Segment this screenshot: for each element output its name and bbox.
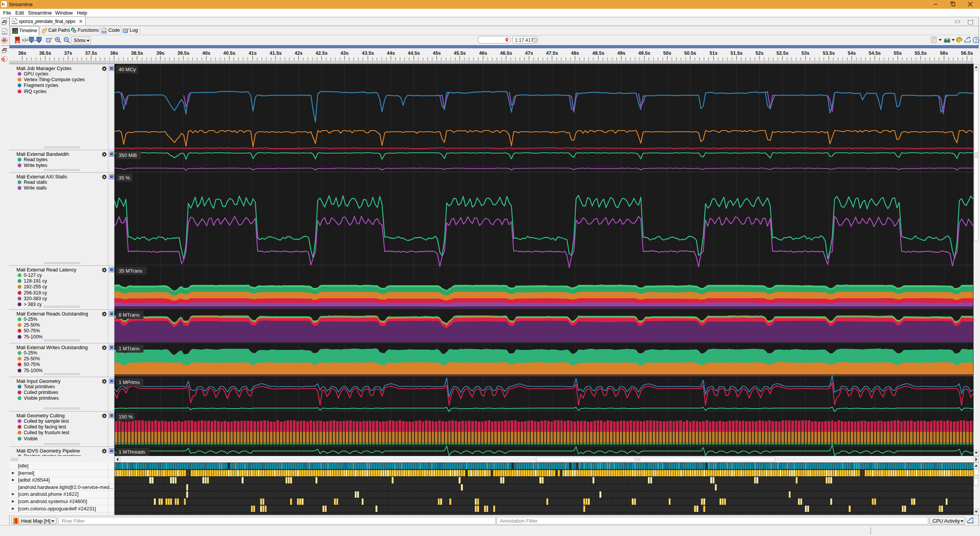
svg-text:47s: 47s	[525, 51, 533, 56]
svg-text:36.5s: 36.5s	[39, 51, 51, 56]
svg-text:1 MThreads: 1 MThreads	[119, 449, 145, 455]
svg-text:44.5s: 44.5s	[408, 51, 420, 56]
svg-text:37s: 37s	[64, 51, 72, 56]
svg-text:39s: 39s	[157, 51, 165, 56]
svg-text:46s: 46s	[479, 51, 487, 56]
svg-text:42.5s: 42.5s	[315, 51, 327, 56]
svg-text:40 MCy: 40 MCy	[119, 67, 136, 72]
svg-text:45.5s: 45.5s	[454, 51, 466, 56]
svg-text:52.5s: 52.5s	[776, 51, 788, 56]
svg-text:53.5s: 53.5s	[823, 51, 835, 56]
svg-text:1 MPrims: 1 MPrims	[119, 379, 140, 385]
svg-text:56.5s: 56.5s	[961, 51, 973, 56]
svg-text:38s: 38s	[110, 51, 118, 56]
svg-text:48.5s: 48.5s	[592, 51, 604, 56]
svg-text:55.5s: 55.5s	[915, 51, 926, 56]
svg-text:43.5s: 43.5s	[362, 51, 374, 56]
svg-text:36s: 36s	[18, 51, 26, 56]
svg-text:53s: 53s	[802, 51, 810, 56]
svg-text:38.5s: 38.5s	[131, 51, 143, 56]
svg-text:?: ?	[975, 38, 977, 42]
svg-text:44s: 44s	[387, 51, 395, 56]
svg-text:50.5s: 50.5s	[684, 51, 696, 56]
svg-text:42s: 42s	[295, 51, 303, 56]
svg-text:1 MTrans: 1 MTrans	[119, 346, 140, 351]
svg-text:39.5s: 39.5s	[177, 51, 189, 56]
svg-text:350 MiB: 350 MiB	[119, 152, 137, 158]
svg-text:010: 010	[103, 31, 106, 33]
svg-text:52s: 52s	[756, 51, 764, 56]
svg-text:41s: 41s	[249, 51, 257, 56]
svg-text:51s: 51s	[710, 51, 718, 56]
svg-text:51.5s: 51.5s	[730, 51, 742, 56]
svg-text:45s: 45s	[433, 51, 441, 56]
svg-text:46.5s: 46.5s	[500, 51, 512, 56]
svg-text:40.5s: 40.5s	[223, 51, 235, 56]
svg-text:48s: 48s	[571, 51, 579, 56]
svg-text:150 %: 150 %	[119, 414, 133, 420]
svg-text:55s: 55s	[894, 51, 902, 56]
svg-text:49.5s: 49.5s	[638, 51, 650, 56]
svg-text:49s: 49s	[617, 51, 626, 56]
svg-text:40s: 40s	[203, 51, 211, 56]
svg-text:47.5s: 47.5s	[546, 51, 558, 56]
svg-text:6 MTrans: 6 MTrans	[119, 312, 140, 318]
svg-text:54s: 54s	[848, 51, 856, 56]
svg-text:43s: 43s	[341, 51, 349, 56]
svg-text:35 MTrans: 35 MTrans	[119, 268, 142, 274]
svg-text:35 %: 35 %	[119, 175, 130, 181]
svg-text:F: F	[74, 30, 76, 33]
svg-text:50s: 50s	[663, 51, 671, 56]
svg-text:54.5s: 54.5s	[869, 51, 880, 56]
svg-text:56s: 56s	[940, 51, 948, 56]
svg-text:41.5s: 41.5s	[270, 51, 281, 56]
svg-text:37.5s: 37.5s	[85, 51, 97, 56]
